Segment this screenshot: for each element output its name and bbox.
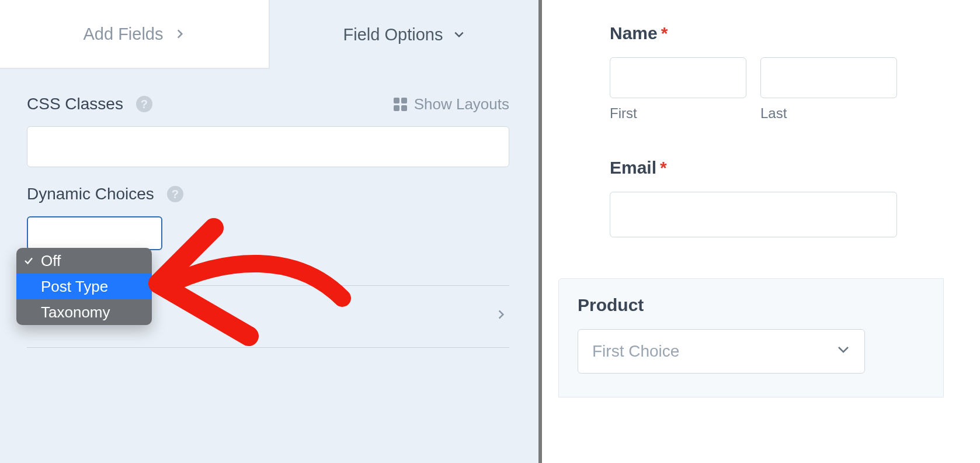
dynamic-choices-dropdown[interactable]: Off Post Type Taxonomy [16,248,152,325]
product-field-card[interactable]: Product First Choice [558,278,944,398]
name-field: Name* First Last [610,23,980,122]
grid-icon [394,98,407,111]
last-name-input[interactable] [760,57,897,98]
tab-add-fields[interactable]: Add Fields [0,0,270,69]
css-classes-section: CSS Classes ? Show Layouts [27,95,509,167]
dynamic-choices-select[interactable] [27,216,162,250]
product-label: Product [578,295,925,315]
chevron-down-icon [836,342,850,361]
panel-tabs: Add Fields Field Options [0,0,538,69]
option-post-type[interactable]: Post Type [16,274,152,299]
first-sublabel: First [610,105,746,122]
option-label: Post Type [41,278,108,296]
required-indicator: * [660,158,667,177]
css-classes-label: CSS Classes [27,95,123,113]
tab-field-options[interactable]: Field Options [270,0,538,69]
required-indicator: * [661,23,668,43]
chevron-right-icon [174,28,186,40]
email-input[interactable] [610,192,897,237]
email-label: Email [610,158,656,177]
show-layouts-button[interactable]: Show Layouts [394,95,509,113]
dynamic-choices-section: Dynamic Choices ? [27,185,509,250]
option-label: Taxonomy [41,303,110,322]
email-field: Email* [610,158,980,237]
help-icon[interactable]: ? [136,96,152,112]
tab-label: Field Options [343,25,443,44]
help-icon[interactable]: ? [167,186,183,202]
field-options-panel: Add Fields Field Options CSS Classes ? S [0,0,542,463]
chevron-down-icon [453,29,465,40]
option-label: Off [41,252,61,270]
chevron-right-icon [495,306,507,327]
show-layouts-label: Show Layouts [414,95,509,113]
last-sublabel: Last [760,105,897,122]
dynamic-choices-label: Dynamic Choices [27,185,154,203]
check-icon [23,255,34,266]
tab-label: Add Fields [83,25,163,44]
product-select[interactable]: First Choice [578,329,865,374]
css-classes-input[interactable] [27,126,509,167]
first-name-input[interactable] [610,57,746,98]
form-preview: Name* First Last Email* Product First Ch… [545,0,980,463]
option-taxonomy[interactable]: Taxonomy [16,299,152,325]
option-off[interactable]: Off [16,248,152,274]
product-selected-value: First Choice [592,342,679,361]
name-label: Name [610,23,658,43]
